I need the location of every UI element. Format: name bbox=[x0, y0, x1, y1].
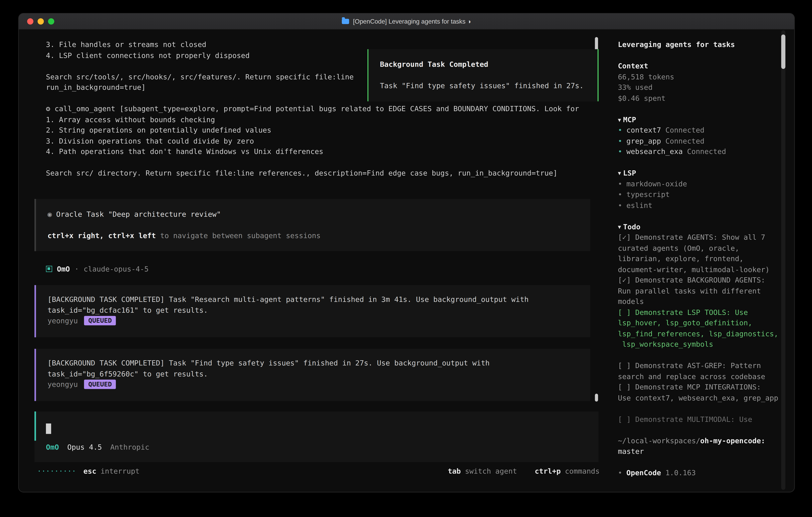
lsp-item: •markdown-oxide bbox=[618, 178, 780, 189]
chevron-down-icon: ▼ bbox=[618, 117, 621, 123]
context-spent: $0.46 spent bbox=[618, 93, 780, 104]
esc-hint: esc interrupt bbox=[83, 466, 140, 477]
minimize-button[interactable] bbox=[37, 18, 44, 24]
todo-item-ast-grep: [ ] Demonstrate AST-GREP: Pattern search… bbox=[618, 360, 780, 382]
window-title: [OpenCode] Leveraging agents for tasks ◑ bbox=[353, 16, 471, 27]
todo-item-background-agents: [✓] Demonstrate BACKGROUND AGENTS: Run p… bbox=[618, 275, 780, 307]
prompt-input-area: OmO Opus 4.5 Anthropic bbox=[34, 411, 599, 462]
commands-hint: ctrl+p commands bbox=[535, 466, 600, 477]
mcp-item: •context7 Connected bbox=[618, 125, 780, 136]
bullet-icon: • bbox=[618, 147, 622, 156]
mcp-item: •grep_app Connected bbox=[618, 136, 780, 146]
todo-item-lsp-tools: [ ] Demonstrate LSP TOOLS: Use lsp_hover… bbox=[618, 307, 780, 350]
context-heading: Context bbox=[618, 61, 780, 71]
message-background-task-2: [BACKGROUND TASK COMPLETED] Task "Find t… bbox=[34, 349, 590, 401]
close-button[interactable] bbox=[27, 18, 33, 24]
chevron-down-icon: ▼ bbox=[618, 170, 621, 176]
workspace-branch: master bbox=[618, 446, 780, 457]
agent-checkbox-icon bbox=[46, 266, 52, 272]
toast-body: Task "Find type safety issues" finished … bbox=[380, 80, 598, 91]
mcp-section-header[interactable]: ▼MCP bbox=[618, 114, 780, 125]
statusbar-left: ········· esc interrupt bbox=[37, 466, 140, 477]
todo-item-mcp-integrations: [ ] Demonstrate MCP INTEGRATIONS: Use co… bbox=[618, 382, 780, 403]
separator-dot: · bbox=[75, 264, 79, 274]
todo-section-header[interactable]: ▼Todo bbox=[618, 221, 780, 232]
bullet-icon: • bbox=[618, 137, 622, 145]
terminal-content: 3. File handles or streams not closed 4.… bbox=[19, 29, 794, 492]
chat-scrollbar-thumb-lower[interactable] bbox=[595, 393, 598, 402]
message-meta: yeongyu QUEUED bbox=[48, 316, 575, 326]
active-agent-label: OmO bbox=[46, 442, 59, 453]
agent-name: OmO bbox=[57, 264, 70, 274]
folder-icon bbox=[342, 19, 349, 24]
provider-label: Anthropic bbox=[110, 442, 149, 453]
traffic-lights bbox=[27, 13, 54, 29]
status-bar: ········· esc interrupt tab switch agent bbox=[37, 466, 600, 477]
statusbar-right: tab switch agent ctrl+p commands bbox=[448, 466, 600, 477]
todo-item-multimodal: [ ] Demonstrate MULTIMODAL: Use bbox=[618, 414, 780, 425]
opencode-version: •OpenCode 1.0.163 bbox=[618, 467, 780, 478]
bullet-icon: • bbox=[618, 179, 622, 188]
tool-call-text: ⚙ call_omo_agent [subagent_type=explore,… bbox=[46, 103, 597, 178]
message-background-task-1: [BACKGROUND TASK COMPLETED] Task "Resear… bbox=[34, 285, 590, 337]
lsp-item: •eslint bbox=[618, 200, 780, 211]
oracle-task-card: ◉ Oracle Task "Deep architecture review"… bbox=[34, 199, 590, 251]
mcp-item: •websearch_exa Connected bbox=[618, 146, 780, 157]
session-title: Leveraging agents for tasks bbox=[618, 39, 780, 50]
zoom-button[interactable] bbox=[48, 18, 54, 24]
bullet-icon: • bbox=[618, 201, 622, 209]
lsp-item: •typescript bbox=[618, 189, 780, 200]
bullet-icon: • bbox=[618, 468, 622, 477]
model-name-label: Opus 4.5 bbox=[67, 442, 102, 453]
tab-hint: tab switch agent bbox=[448, 466, 517, 477]
queued-badge: QUEUED bbox=[84, 316, 116, 325]
agent-header: OmO · claude-opus-4-5 bbox=[46, 264, 149, 274]
queued-badge: QUEUED bbox=[84, 380, 116, 389]
context-used: 33% used bbox=[618, 82, 780, 93]
message-body: [BACKGROUND TASK COMPLETED] Task "Resear… bbox=[48, 294, 575, 315]
chevron-down-icon: ▼ bbox=[618, 224, 621, 229]
bullet-icon: • bbox=[618, 126, 622, 134]
message-meta: yeongyu QUEUED bbox=[48, 379, 575, 390]
bullet-icon: • bbox=[618, 190, 622, 198]
opencode-window: [OpenCode] Leveraging agents for tasks ◑… bbox=[18, 13, 794, 492]
titlebar: [OpenCode] Leveraging agents for tasks ◑ bbox=[19, 13, 794, 30]
todo-item-agents: [✓] Demonstrate AGENTS: Show all 7 curat… bbox=[618, 232, 780, 275]
window-title-group: [OpenCode] Leveraging agents for tasks ◑ bbox=[342, 16, 471, 27]
subagent-nav-hint: ctrl+x right, ctrl+x left to navigate be… bbox=[48, 230, 590, 241]
lsp-section-header[interactable]: ▼LSP bbox=[618, 167, 780, 178]
fisheye-icon: ◉ bbox=[48, 210, 52, 218]
sidebar-scrollbar-thumb[interactable] bbox=[781, 34, 785, 69]
context-tokens: 66,518 tokens bbox=[618, 71, 780, 82]
workspace-path: ~/local-workspaces/oh-my-opencode: bbox=[618, 435, 780, 446]
message-author: yeongyu bbox=[48, 379, 78, 390]
spinner-dots: ········· bbox=[37, 466, 76, 477]
message-author: yeongyu bbox=[48, 316, 78, 326]
sidebar: Leveraging agents for tasks Context 66,5… bbox=[610, 29, 794, 492]
oracle-task-title: ◉ Oracle Task "Deep architecture review" bbox=[48, 209, 590, 220]
toast-title: Background Task Completed bbox=[380, 59, 598, 70]
prompt-input[interactable] bbox=[34, 411, 599, 441]
chat-pane: 3. File handles or streams not closed 4.… bbox=[19, 29, 610, 492]
model-status-row: OmO Opus 4.5 Anthropic bbox=[46, 442, 149, 453]
background-task-toast: Background Task Completed Task "Find typ… bbox=[368, 49, 599, 101]
message-body: [BACKGROUND TASK COMPLETED] Task "Find t… bbox=[48, 358, 575, 379]
sidebar-scrollbar-track bbox=[781, 30, 785, 490]
agent-model: claude-opus-4-5 bbox=[84, 264, 149, 274]
text-cursor bbox=[46, 424, 51, 434]
screen: [OpenCode] Leveraging agents for tasks ◑… bbox=[0, 0, 812, 517]
